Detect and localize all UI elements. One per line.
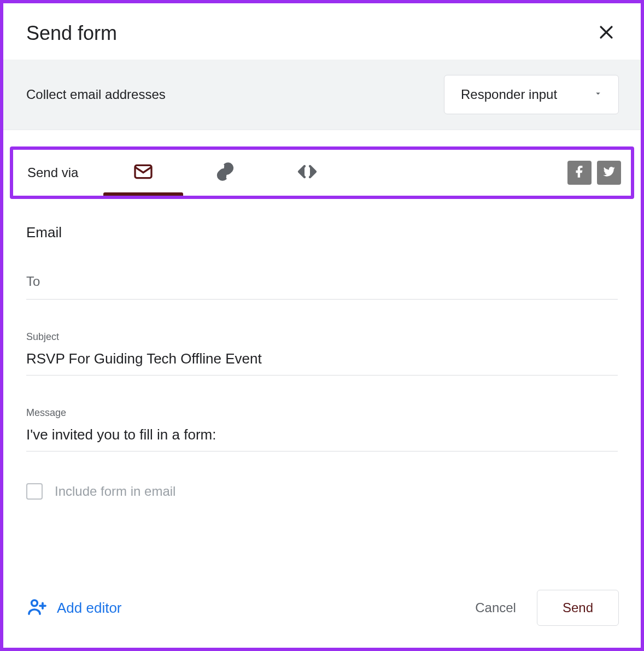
chevron-down-icon (593, 89, 603, 101)
to-label[interactable]: To (26, 274, 618, 300)
include-form-label: Include form in email (55, 484, 175, 499)
send-form-dialog: Send form Collect email addresses Respon… (0, 0, 644, 651)
share-facebook-button[interactable] (567, 161, 592, 185)
embed-icon (296, 161, 318, 185)
tab-link[interactable] (184, 150, 266, 196)
collect-email-label: Collect email addresses (26, 87, 166, 102)
message-label: Message (26, 407, 618, 419)
subject-label: Subject (26, 331, 618, 343)
email-heading: Email (26, 224, 618, 241)
link-icon (214, 161, 236, 185)
twitter-icon (602, 165, 616, 181)
tab-email[interactable] (102, 150, 184, 196)
send-via-highlight: Send via (10, 146, 634, 199)
add-editor-label: Add editor (57, 600, 122, 617)
send-via-row: Send via (13, 150, 631, 196)
collect-email-dropdown[interactable]: Responder input (444, 75, 619, 114)
subject-input[interactable] (26, 350, 618, 376)
close-icon (597, 35, 616, 43)
subject-field: Subject (26, 331, 618, 376)
email-section: Email To Subject Message Include form in… (3, 224, 641, 500)
svg-point-3 (32, 600, 38, 606)
tab-embed[interactable] (266, 150, 348, 196)
message-input[interactable] (26, 426, 618, 451)
social-share (567, 161, 621, 185)
dropdown-selected-text: Responder input (461, 87, 557, 102)
collect-email-bar: Collect email addresses Responder input (3, 60, 641, 130)
close-button[interactable] (594, 20, 619, 46)
send-via-label: Send via (27, 165, 78, 180)
send-button[interactable]: Send (537, 590, 619, 626)
dialog-header: Send form (3, 3, 641, 60)
person-add-icon (26, 596, 48, 620)
include-form-row: Include form in email (26, 483, 618, 500)
include-form-checkbox[interactable] (26, 483, 43, 500)
cancel-button[interactable]: Cancel (462, 593, 529, 623)
share-twitter-button[interactable] (597, 161, 621, 185)
add-editor-button[interactable]: Add editor (26, 596, 122, 620)
email-icon (132, 161, 154, 185)
dialog-title: Send form (26, 22, 117, 45)
dialog-footer: Add editor Cancel Send (3, 573, 641, 648)
message-field: Message (26, 407, 618, 451)
to-field: To (26, 274, 618, 300)
facebook-icon (572, 165, 587, 181)
